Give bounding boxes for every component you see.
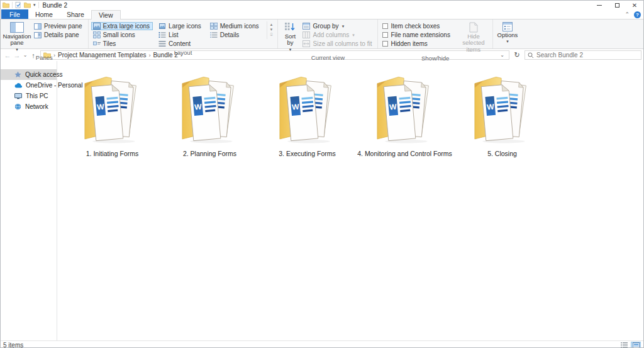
- checkbox-icon[interactable]: [382, 41, 388, 47]
- navigation-pane-icon: [10, 22, 24, 33]
- options-icon: [502, 22, 513, 31]
- hidden-items-checkbox-row[interactable]: Hidden items: [380, 40, 452, 48]
- sort-by-label: Sort by: [281, 33, 299, 47]
- tab-share[interactable]: Share: [60, 9, 91, 19]
- sidebar-item-network[interactable]: Network: [1, 101, 57, 112]
- medium-icons-icon: [210, 23, 218, 30]
- layout-option-small-icons[interactable]: Small icons: [91, 31, 153, 39]
- details-pane-button[interactable]: Details pane: [32, 31, 86, 39]
- folder-item-4[interactable]: W 4. Monitoring and Control Forms: [356, 71, 453, 157]
- tiles-icon: [93, 40, 101, 47]
- layout-option-list[interactable]: List: [157, 31, 204, 39]
- dropdown-caret-icon: ▾: [352, 33, 355, 38]
- explorer-folder-icon: [3, 2, 9, 8]
- ribbon-tab-row: File Home Share View ⌃ ?: [1, 9, 643, 20]
- panes-group-label: Panes: [2, 53, 87, 62]
- sidebar-item-quick-access[interactable]: Quick access: [1, 69, 57, 80]
- gallery-more-icon[interactable]: ⍗: [268, 33, 274, 37]
- preview-pane-button[interactable]: Preview pane: [32, 22, 86, 30]
- layout-option-label: Large icons: [169, 23, 201, 30]
- layout-option-large-icons[interactable]: Large icons: [157, 22, 204, 30]
- ribbon-group-layout: Extra large iconsSmall iconsTilesLarge i…: [88, 20, 278, 48]
- help-icon[interactable]: ?: [634, 11, 641, 18]
- button-label: Group by: [313, 23, 338, 30]
- sidebar-item-onedrive-personal[interactable]: OneDrive - Personal: [1, 80, 57, 91]
- extra-large-icons-icon: [93, 23, 101, 30]
- item-count: 5 items: [3, 342, 23, 348]
- minimize-icon: [597, 5, 602, 6]
- layout-option-label: Medium icons: [220, 23, 259, 30]
- size-all-columns-to-fit-button[interactable]: Size all columns to fit: [301, 40, 375, 48]
- maximize-button[interactable]: [608, 1, 626, 9]
- folder-item-5[interactable]: W 5. Closing: [453, 71, 551, 157]
- layout-gallery-scroll: ▲ ▼ ⍗: [267, 21, 275, 39]
- hide-selected-items-button[interactable]: Hide selected items: [457, 21, 490, 53]
- checkbox-icon[interactable]: [382, 32, 388, 38]
- details-pane-label: Details pane: [44, 31, 79, 38]
- tab-view[interactable]: View: [91, 10, 121, 20]
- button-label: Add columns: [313, 31, 349, 38]
- title-bar: ▾ Bundle 2 ✕: [1, 1, 643, 9]
- layout-option-tiles[interactable]: Tiles: [91, 40, 153, 48]
- gallery-scroll-up-icon[interactable]: ▲: [268, 23, 274, 27]
- details-view-toggle[interactable]: [619, 342, 629, 348]
- minimize-ribbon-icon[interactable]: ⌃: [625, 11, 630, 18]
- add-columns-button[interactable]: Add columns▾: [301, 31, 375, 39]
- svg-text:W: W: [291, 103, 299, 112]
- refresh-icon[interactable]: ↻: [511, 51, 523, 59]
- list-icon: [158, 31, 166, 38]
- folder-item-1[interactable]: W 1. Initiating Forms: [64, 71, 161, 157]
- small-icons-icon: [93, 31, 101, 38]
- folder-item-3[interactable]: W 3. Executing Forms: [258, 71, 356, 157]
- qat-customize-chevron-icon[interactable]: ▾: [33, 3, 36, 8]
- window-title: Bundle 2: [43, 2, 67, 9]
- properties-button[interactable]: [15, 2, 21, 8]
- dropdown-caret-icon: ▾: [16, 47, 18, 52]
- tab-file[interactable]: File: [1, 9, 28, 19]
- layout-option-label: Extra large icons: [103, 23, 150, 30]
- checkbox-icon[interactable]: [382, 23, 388, 29]
- item-check-boxes-checkbox-row[interactable]: Item check boxes: [380, 22, 452, 30]
- new-folder-button[interactable]: [24, 2, 31, 8]
- ribbon-group-current-view: Sort by ▾ Group by▾Add columns▾Size all …: [277, 20, 377, 48]
- file-explorer-window: { "window": { "title": "Bundle 2" }, "ta…: [0, 0, 644, 348]
- preview-pane-icon: [34, 23, 42, 30]
- tab-home[interactable]: Home: [28, 9, 60, 19]
- quick-access-toolbar: ▾: [3, 2, 39, 8]
- sort-by-button[interactable]: Sort by ▾: [280, 21, 299, 53]
- layout-option-label: List: [169, 31, 179, 38]
- search-box: [525, 50, 641, 60]
- layout-option-details[interactable]: Details: [208, 31, 262, 39]
- address-dropdown-chevron-icon[interactable]: ⌄: [498, 52, 506, 58]
- ribbon: Navigation pane ▾ Preview pane Details p…: [1, 20, 643, 49]
- layout-option-content[interactable]: Content: [157, 40, 204, 48]
- file-name-extensions-checkbox-row[interactable]: File name extensions: [380, 31, 452, 39]
- layout-option-label: Small icons: [103, 31, 135, 38]
- close-button[interactable]: ✕: [626, 1, 643, 9]
- folder-contents: W 1. Initiating Forms: [57, 61, 643, 340]
- layout-option-medium-icons[interactable]: Medium icons: [208, 22, 262, 30]
- qat-separator: [12, 2, 13, 8]
- folder-item-2[interactable]: W 2. Planning Forms: [161, 71, 258, 157]
- search-input[interactable]: [536, 52, 638, 59]
- maximize-icon: [615, 3, 619, 8]
- group-by-button[interactable]: Group by▾: [301, 22, 375, 30]
- ribbon-top-right: ⌃ ?: [625, 10, 641, 19]
- sidebar-item-this-pc[interactable]: This PC: [1, 91, 57, 101]
- svg-text:W: W: [96, 103, 104, 112]
- gallery-scroll-down-icon[interactable]: ▼: [268, 28, 274, 32]
- globe-icon: [14, 103, 21, 110]
- navigation-pane-button[interactable]: Navigation pane ▾: [3, 21, 31, 53]
- thumbnail-view-toggle[interactable]: [631, 342, 641, 348]
- navigation-pane: Quick access OneDrive - Personal This PC…: [1, 61, 57, 340]
- folder-with-word-docs-icon: W: [173, 71, 247, 148]
- current-view-group-label: Current view: [279, 53, 376, 62]
- dropdown-caret-icon: ▾: [289, 47, 292, 52]
- details-icon: [210, 31, 218, 38]
- options-button[interactable]: Options ▾: [496, 21, 519, 45]
- window-controls: ✕: [591, 1, 643, 9]
- folder-name: 1. Initiating Forms: [86, 150, 138, 157]
- search-icon: [528, 52, 534, 59]
- layout-option-extra-large-icons[interactable]: Extra large icons: [91, 22, 153, 30]
- minimize-button[interactable]: [591, 1, 608, 9]
